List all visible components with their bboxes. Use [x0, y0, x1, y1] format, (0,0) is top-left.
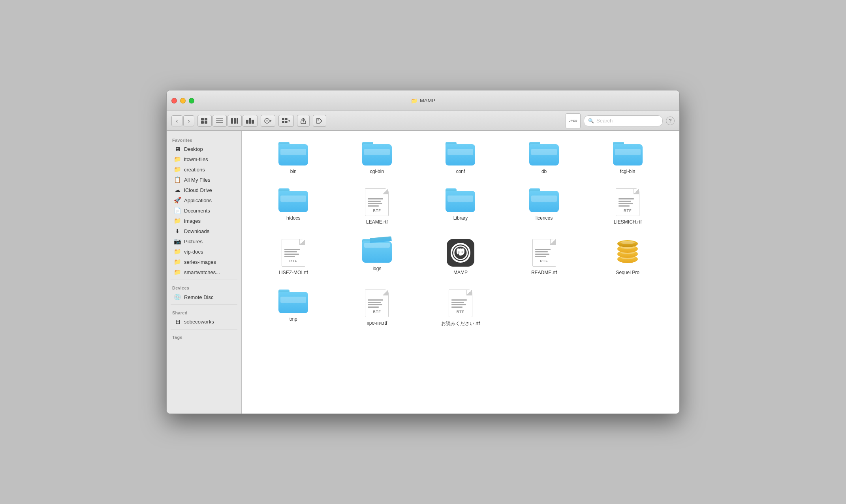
file-label-readme-rtf: README.rtf: [531, 270, 557, 275]
file-label-prochti-rtf: прочти.rtf: [367, 320, 387, 326]
tags-label: Tags: [167, 332, 241, 341]
tag-button[interactable]: [313, 115, 326, 127]
svg-point-29: [458, 252, 459, 253]
sidebar-item-vip-docs[interactable]: 📁 vip-docs: [168, 246, 240, 257]
svg-rect-6: [216, 122, 223, 123]
file-item-htdocs[interactable]: htdocs: [254, 185, 333, 228]
svg-rect-5: [216, 120, 223, 121]
file-item-cgi-bin[interactable]: cgi-bin: [337, 139, 417, 177]
back-button[interactable]: ‹: [171, 115, 182, 126]
file-item-sequel-pro[interactable]: Sequel Pro: [588, 236, 667, 278]
folder-bin-icon: [278, 142, 308, 165]
file-label-library: Library: [453, 215, 468, 221]
icon-view-button[interactable]: [197, 115, 212, 127]
rtf-prochti-icon: RTF: [365, 290, 389, 317]
file-item-library[interactable]: Library: [421, 185, 500, 228]
help-button[interactable]: ?: [666, 117, 675, 125]
sidebar-item-all-my-files[interactable]: 📋 All My Files: [168, 175, 240, 185]
file-label-lisez-moi-rtf: LISEZ-MOI.rtf: [279, 270, 308, 275]
applications-icon: 🚀: [174, 197, 181, 204]
pictures-icon: 📷: [174, 238, 181, 245]
sidebar-item-smartwatches[interactable]: 📁 smartwatches...: [168, 267, 240, 277]
sidebar-item-ltcwm-files[interactable]: 📁 ltcwm-files: [168, 154, 240, 164]
traffic-lights: [171, 98, 194, 103]
file-label-liesmich-rtf: LIESMICH.rtf: [614, 219, 642, 225]
sidebar-item-remote-disc[interactable]: 💿 Remote Disc: [168, 292, 240, 302]
mamp-app-icon: [447, 239, 474, 267]
file-label-htdocs: htdocs: [286, 215, 300, 221]
svg-point-30: [461, 252, 462, 253]
action-chevron: ▾: [270, 119, 272, 123]
folder-htdocs-icon: [278, 188, 308, 212]
sidebar-divider-3: [171, 329, 237, 329]
action-button[interactable]: ▾: [261, 115, 275, 127]
file-item-leame-rtf[interactable]: RTF LEAME.rtf: [337, 185, 417, 228]
file-item-fcgi-bin[interactable]: fcgi-bin: [588, 139, 667, 177]
sequel-pro-icon: [614, 239, 641, 267]
file-item-lisez-moi-rtf[interactable]: RTF LISEZ-MOI.rtf: [254, 236, 333, 278]
file-label-logs: logs: [372, 266, 381, 271]
file-item-oyomi-rtf[interactable]: RTF お読みください.rtf: [421, 286, 500, 330]
svg-rect-1: [205, 118, 207, 120]
file-label-sequel-pro: Sequel Pro: [616, 270, 639, 275]
search-box[interactable]: 🔍 Search: [584, 115, 663, 126]
title-folder-icon: 📁: [411, 98, 417, 104]
sidebar-item-images[interactable]: 📁 images: [168, 216, 240, 226]
sidebar-item-documents[interactable]: 📄 Documents: [168, 205, 240, 216]
sidebar-item-series-images[interactable]: 📁 series-images: [168, 257, 240, 267]
sidebar-item-icloud-drive[interactable]: ☁ iCloud Drive: [168, 185, 240, 195]
file-label-cgi-bin: cgi-bin: [370, 169, 384, 174]
file-label-db: db: [541, 169, 547, 174]
svg-rect-4: [216, 118, 223, 119]
sidebar-item-applications[interactable]: 🚀 Applications: [168, 195, 240, 205]
mamp-elephant-symbol: [451, 243, 470, 263]
file-item-licences[interactable]: licences: [504, 185, 584, 228]
cover-flow-button[interactable]: [243, 115, 258, 127]
file-label-tmp: tmp: [290, 316, 297, 322]
file-item-mamp[interactable]: MAMP: [421, 236, 500, 278]
svg-rect-20: [285, 121, 287, 123]
file-label-licences: licences: [536, 215, 553, 221]
svg-point-24: [318, 119, 319, 120]
images-icon: 📁: [174, 217, 181, 224]
arrange-chevron: ▾: [288, 119, 290, 123]
arrange-button[interactable]: ▾: [278, 115, 294, 127]
svg-point-14: [267, 120, 268, 121]
icloud-drive-icon: ☁: [174, 186, 181, 194]
file-item-prochti-rtf[interactable]: RTF прочти.rtf: [337, 286, 417, 330]
sidebar-item-pictures[interactable]: 📷 Pictures: [168, 236, 240, 246]
smartwatches-icon: 📁: [174, 269, 181, 276]
file-item-logs[interactable]: logs: [337, 236, 417, 278]
sidebar-item-desktop[interactable]: 🖥 Desktop: [168, 144, 240, 154]
folder-logs-icon: [362, 239, 392, 263]
main-content: Favorites 🖥 Desktop 📁 ltcwm-files 📁 crea…: [167, 131, 679, 414]
all-my-files-icon: 📋: [174, 176, 181, 183]
maximize-button[interactable]: [189, 98, 194, 103]
file-item-liesmich-rtf[interactable]: RTF LIESMICH.rtf: [588, 185, 667, 228]
downloads-icon: ⬇: [174, 228, 181, 235]
file-item-readme-rtf[interactable]: RTF README.rtf: [504, 236, 584, 278]
toolbar: ‹ › ▾: [167, 111, 679, 131]
close-button[interactable]: [171, 98, 177, 103]
file-item-conf[interactable]: conf: [421, 139, 500, 177]
sidebar-item-creations[interactable]: 📁 creations: [168, 164, 240, 175]
file-item-db[interactable]: db: [504, 139, 584, 177]
folder-db-icon: [529, 142, 559, 165]
view-buttons: [197, 115, 258, 127]
minimize-button[interactable]: [180, 98, 186, 103]
share-button[interactable]: [297, 115, 310, 127]
sidebar: Favorites 🖥 Desktop 📁 ltcwm-files 📁 crea…: [167, 131, 242, 414]
sidebar-item-downloads[interactable]: ⬇ Downloads: [168, 226, 240, 236]
file-label-leame-rtf: LEAME.rtf: [366, 219, 388, 225]
svg-rect-10: [246, 120, 248, 124]
folder-tmp-icon: [278, 290, 308, 313]
file-item-bin[interactable]: bin: [254, 139, 333, 177]
list-view-button[interactable]: [212, 115, 227, 127]
column-view-button[interactable]: [227, 115, 242, 127]
sidebar-item-sobecoworks[interactable]: 🖥 sobecoworks: [168, 317, 240, 327]
devices-label: Devices: [167, 282, 241, 292]
rtf-readme-icon: RTF: [532, 239, 556, 267]
sidebar-divider-2: [171, 305, 237, 305]
forward-button[interactable]: ›: [183, 115, 194, 126]
file-item-tmp[interactable]: tmp: [254, 286, 333, 330]
